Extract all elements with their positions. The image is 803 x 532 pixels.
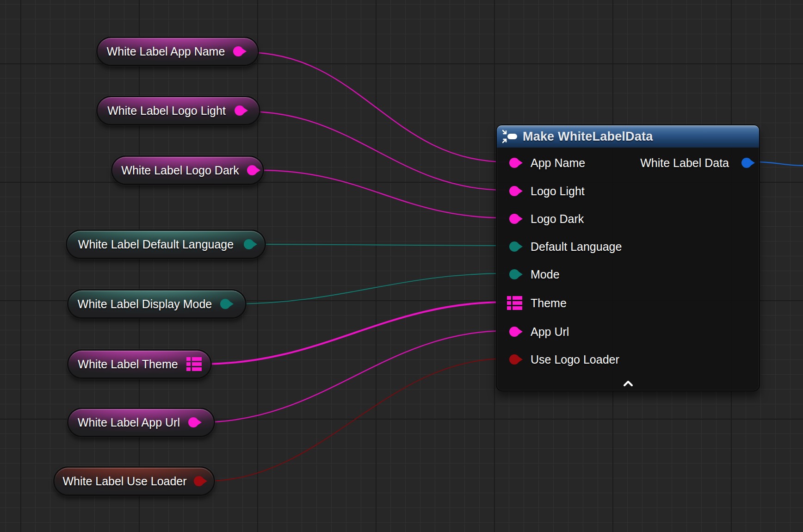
node-header[interactable]: Make WhiteLabelData: [497, 125, 759, 148]
wire-logo-light[interactable]: [247, 111, 506, 190]
blueprint-graph-canvas[interactable]: White Label App Name White Label Logo Li…: [0, 0, 803, 532]
node-title: White Label Default Language: [74, 231, 238, 258]
make-struct-icon: [502, 130, 518, 143]
input-pin-string-icon[interactable]: [509, 214, 519, 224]
node-get-white-label-app-url[interactable]: White Label App Url: [67, 408, 215, 437]
output-pin-string-icon[interactable]: [233, 46, 243, 56]
node-get-white-label-logo-dark[interactable]: White Label Logo Dark: [111, 155, 264, 185]
node-title: Make WhiteLabelData: [523, 130, 653, 144]
wire-app-name[interactable]: [245, 52, 506, 162]
pin-row-white-label-data: White Label Data: [497, 149, 759, 177]
wire-white-label-data-output[interactable]: [754, 162, 803, 166]
input-pin-bool-icon[interactable]: [509, 354, 519, 365]
node-make-whitelabeldata[interactable]: Make WhiteLabelData App Name White Label…: [496, 124, 760, 391]
input-pin-struct-icon[interactable]: [507, 296, 522, 310]
output-pin-enum-icon[interactable]: [220, 299, 230, 309]
node-body: White Label App Url: [68, 409, 214, 436]
node-get-white-label-use-loader[interactable]: White Label Use Loader: [53, 466, 215, 496]
pin-label: Mode: [531, 260, 560, 288]
node-body: White Label Use Loader: [55, 468, 214, 495]
wire-use-loader[interactable]: [206, 359, 506, 481]
input-pin-enum-icon[interactable]: [509, 241, 519, 252]
node-get-white-label-display-mode[interactable]: White Label Display Mode: [67, 289, 247, 319]
node-title: White Label Display Mode: [75, 291, 215, 317]
node-body: White Label App Name: [98, 38, 258, 65]
node-body: White Label Display Mode: [68, 291, 245, 317]
node-get-white-label-logo-light[interactable]: White Label Logo Light: [96, 96, 260, 125]
pin-label: Theme: [531, 289, 567, 317]
pin-label: White Label Data: [640, 149, 729, 177]
pin-row-mode: Mode: [497, 260, 759, 288]
collapse-node-chevron-icon[interactable]: [623, 380, 633, 387]
pin-row-default-language: Default Language: [497, 233, 759, 260]
pin-row-use-logo-loader: Use Logo Loader: [497, 346, 759, 373]
node-title: White Label Logo Light: [104, 97, 229, 124]
input-pin-enum-icon[interactable]: [509, 269, 519, 279]
output-pin-bool-icon[interactable]: [194, 476, 204, 486]
pin-row-app-url: App Url: [497, 318, 759, 346]
input-pin-string-icon[interactable]: [509, 327, 519, 337]
output-pin-string-icon[interactable]: [188, 417, 198, 427]
pin-label: Logo Light: [531, 177, 585, 205]
wire-app-url[interactable]: [200, 331, 506, 422]
node-body: White Label Default Language: [67, 231, 265, 258]
node-title: White Label Logo Dark: [119, 157, 241, 184]
node-title: White Label App Url: [75, 409, 183, 436]
node-get-white-label-theme[interactable]: White Label Theme: [67, 349, 212, 379]
wire-logo-dark[interactable]: [259, 170, 506, 218]
output-pin-struct-icon[interactable]: [741, 158, 752, 168]
node-body: White Label Theme: [68, 351, 210, 377]
input-pin-string-icon[interactable]: [509, 186, 519, 196]
node-get-white-label-app-name[interactable]: White Label App Name: [96, 37, 259, 66]
wire-theme[interactable]: [202, 302, 506, 364]
pin-label: Default Language: [531, 233, 622, 260]
pin-label: Use Logo Loader: [531, 346, 619, 373]
pin-row-logo-light: Logo Light: [497, 177, 759, 205]
pin-row-theme: Theme: [497, 289, 759, 317]
pin-label: Logo Dark: [531, 205, 584, 233]
node-body: White Label Logo Dark: [112, 157, 263, 184]
pin-label: App Url: [531, 318, 569, 346]
node-title: White Label Use Loader: [61, 468, 188, 495]
output-pin-string-icon[interactable]: [235, 105, 245, 116]
output-pin-struct-icon[interactable]: [186, 357, 202, 371]
wire-display-mode[interactable]: [232, 273, 506, 304]
node-title: White Label Theme: [75, 351, 181, 377]
node-title: White Label App Name: [104, 38, 228, 65]
pin-row-logo-dark: Logo Dark: [497, 205, 759, 233]
wire-default-language[interactable]: [256, 244, 506, 246]
node-get-white-label-default-language[interactable]: White Label Default Language: [66, 229, 266, 259]
output-pin-enum-icon[interactable]: [244, 239, 254, 249]
output-pin-string-icon[interactable]: [247, 165, 257, 175]
node-body: White Label Logo Light: [98, 97, 259, 124]
